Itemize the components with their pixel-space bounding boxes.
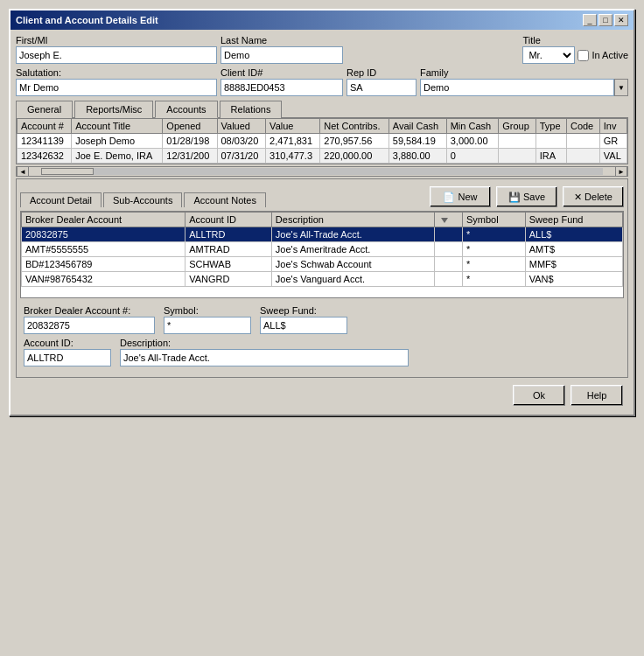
col-value[interactable]: Value: [266, 119, 320, 134]
col-group[interactable]: Group: [499, 119, 536, 134]
tab-reports-misc[interactable]: Reports/Misc: [74, 101, 153, 118]
window-title: Client and Account Details Edit: [16, 15, 158, 25]
col-opened[interactable]: Opened: [163, 119, 217, 134]
broker-table-cell: *: [462, 272, 525, 287]
broker-table-cell: ALL$: [525, 227, 622, 242]
rep-id-group: Rep ID: [346, 67, 416, 96]
detail-form: Broker Dealer Account #: Symbol: Sweep F…: [20, 302, 624, 373]
client-id-label: Client ID#: [220, 67, 343, 78]
description-field: Description:: [120, 338, 620, 366]
sweep-fund-field: Sweep Fund:: [260, 305, 347, 334]
table-cell: 3,880.00: [388, 149, 446, 164]
broker-table-row[interactable]: VAN#98765432VANGRDJoe's Vanguard Acct.*V…: [22, 272, 623, 287]
sweep-fund-label: Sweep Fund:: [260, 305, 347, 316]
table-cell: 59,584.19: [388, 134, 446, 149]
client-id-input[interactable]: [220, 79, 343, 96]
first-mi-input[interactable]: [16, 46, 217, 64]
family-group: Family ▼: [420, 67, 628, 96]
broker-dealer-input[interactable]: [24, 317, 155, 334]
account-id-input[interactable]: [24, 349, 111, 366]
table-cell: [499, 149, 536, 164]
table-cell: IRA: [536, 149, 566, 164]
table-cell: 12342632: [18, 149, 72, 164]
col-type[interactable]: Type: [536, 119, 566, 134]
tab-account-detail[interactable]: Account Detail: [20, 192, 102, 207]
col-account-num[interactable]: Account #: [18, 119, 72, 134]
new-button[interactable]: 📄 New: [430, 186, 491, 207]
account-id-field: Account ID:: [24, 338, 111, 366]
family-dropdown-button[interactable]: ▼: [614, 79, 628, 96]
help-button[interactable]: Help: [570, 385, 623, 406]
broker-col-sweep[interactable]: Sweep Fund: [525, 213, 622, 227]
broker-col-desc[interactable]: Description: [271, 213, 435, 227]
tab-accounts[interactable]: Accounts: [155, 101, 217, 118]
sweep-fund-input[interactable]: [260, 317, 347, 334]
salutation-row: Salutation: Client ID# Rep ID Family ▼: [16, 67, 628, 96]
col-min-cash[interactable]: Min Cash: [446, 119, 499, 134]
col-code[interactable]: Code: [566, 119, 599, 134]
broker-table: Broker Dealer Account Account ID Descrip…: [21, 212, 623, 287]
tab-relations[interactable]: Relations: [220, 101, 283, 118]
table-row[interactable]: 12342632Joe E. Demo, IRA12/31/20007/31/2…: [18, 149, 627, 164]
window-content: First/MI Last Name Title Mr. Mrs. Ms. Dr…: [10, 30, 634, 415]
broker-table-cell: [435, 227, 462, 242]
title-bar-buttons: _ □ ✕: [583, 14, 628, 26]
tab-account-notes[interactable]: Account Notes: [184, 192, 266, 207]
save-button[interactable]: 💾 Save: [496, 186, 557, 207]
table-cell: Joe E. Demo, IRA: [72, 149, 163, 164]
name-row: First/MI Last Name Title Mr. Mrs. Ms. Dr…: [16, 35, 628, 64]
last-name-input[interactable]: [220, 46, 343, 64]
table-row[interactable]: 12341139Joseph Demo01/28/19808/03/202,47…: [18, 134, 627, 149]
scroll-right-arrow[interactable]: ►: [615, 166, 627, 177]
broker-table-cell: [435, 257, 462, 272]
title-select[interactable]: Mr. Mrs. Ms. Dr.: [522, 46, 575, 64]
broker-table-row[interactable]: AMT#5555555AMTRADJoe's Ameritrade Acct.*…: [22, 242, 623, 257]
broker-dealer-label: Broker Dealer Account #:: [24, 305, 155, 316]
broker-table-area: Broker Dealer Account Account ID Descrip…: [20, 211, 624, 298]
col-net-contribs[interactable]: Net Contribs.: [320, 119, 389, 134]
inactive-checkbox[interactable]: [578, 50, 589, 61]
family-input[interactable]: [420, 79, 614, 96]
first-mi-group: First/MI: [16, 35, 217, 64]
tab-general[interactable]: General: [16, 101, 73, 118]
col-avail-cash[interactable]: Avail Cash: [388, 119, 446, 134]
broker-table-cell: VANGRD: [186, 272, 272, 287]
maximize-button[interactable]: □: [598, 14, 612, 26]
broker-table-row[interactable]: BD#123456789SCHWABJoe's Schwab Account*M…: [22, 257, 623, 272]
salutation-input[interactable]: [16, 79, 217, 96]
table-cell: [536, 134, 566, 149]
col-account-title[interactable]: Account Title: [72, 119, 163, 134]
title-bar: Client and Account Details Edit _ □ ✕: [10, 10, 634, 30]
broker-table-cell: MMF$: [525, 257, 622, 272]
scroll-left-arrow[interactable]: ◄: [17, 166, 29, 177]
symbol-label: Symbol:: [164, 305, 251, 316]
broker-col-symbol[interactable]: Symbol: [462, 213, 525, 227]
col-inv[interactable]: Inv: [599, 119, 626, 134]
minimize-button[interactable]: _: [583, 14, 597, 26]
inactive-label: In Active: [578, 50, 628, 61]
broker-col-id[interactable]: Account ID: [186, 213, 272, 227]
rep-id-input[interactable]: [346, 79, 416, 96]
broker-table-cell: Joe's Schwab Account: [271, 257, 435, 272]
symbol-input[interactable]: [164, 317, 251, 334]
broker-table-cell: Joe's Ameritrade Acct.: [271, 242, 435, 257]
description-input[interactable]: [120, 349, 409, 366]
account-id-label: Account ID:: [24, 338, 111, 348]
broker-table-cell: *: [462, 257, 525, 272]
broker-col-account[interactable]: Broker Dealer Account: [22, 213, 186, 227]
broker-table-row[interactable]: 20832875ALLTRDJoe's All-Trade Acct.*ALL$: [22, 227, 623, 242]
broker-table-cell: AMT#5555555: [22, 242, 186, 257]
title-group: Title Mr. Mrs. Ms. Dr. In Active: [522, 35, 628, 64]
col-valued[interactable]: Valued: [217, 119, 266, 134]
close-button[interactable]: ✕: [614, 14, 628, 26]
description-label: Description:: [120, 338, 620, 348]
table-cell: 2,471,831: [266, 134, 320, 149]
delete-button[interactable]: ✕ Delete: [563, 186, 624, 207]
broker-table-cell: VAN$: [525, 272, 622, 287]
broker-table-cell: BD#123456789: [22, 257, 186, 272]
tab-sub-accounts[interactable]: Sub-Accounts: [103, 192, 182, 207]
table-cell: 12/31/200: [163, 149, 217, 164]
table-cell: 270,957.56: [320, 134, 389, 149]
ok-button[interactable]: Ok: [513, 385, 565, 406]
horizontal-scrollbar[interactable]: ◄ ►: [16, 166, 628, 177]
